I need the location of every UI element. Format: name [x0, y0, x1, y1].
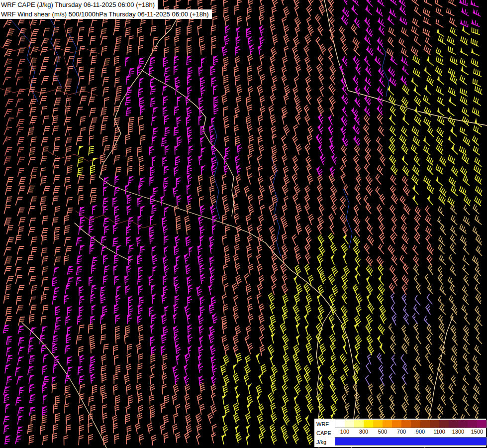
legend-color-cell — [430, 420, 439, 428]
legend-tick-label: 900 — [411, 429, 430, 435]
legend-tick-label: 300 — [354, 429, 373, 435]
legend-color-cell — [458, 420, 468, 428]
legend-color-cell — [383, 420, 392, 428]
legend-color-cell — [411, 420, 420, 428]
legend-tick-label: 700 — [392, 429, 411, 435]
legend-model-label: WRF — [316, 420, 331, 429]
legend-color-cell — [420, 420, 430, 428]
legend-color-cell — [373, 420, 383, 428]
legend-color-cell — [449, 420, 458, 428]
legend-variable-label: CAPE — [316, 429, 331, 438]
legend-tick-label: 1100 — [430, 429, 449, 435]
legend-color-cell — [392, 420, 401, 428]
map-title-cape: WRF CAPE (J/kg) Thursday 06-11-2025 06:0… — [0, 0, 158, 9]
legend-unit-label: J/kg — [316, 438, 331, 447]
legend-windshear-bar — [335, 438, 487, 445]
legend-color-cell — [364, 420, 373, 428]
legend-colorbar — [335, 420, 487, 428]
legend-tick-label: 1300 — [449, 429, 468, 435]
legend-color-cell — [468, 420, 477, 428]
legend-color-cell — [439, 420, 449, 428]
legend-tick-label: 500 — [373, 429, 392, 435]
legend-color-cell — [354, 420, 364, 428]
map-title-windshear: WRF Wind shear (m/s) 500/1000hPa Thursda… — [0, 9, 212, 19]
legend-tick-labels: 100300500700900110013001500 — [335, 429, 487, 435]
cape-legend: WRF CAPE J/kg 10030050070090011001300150… — [314, 419, 486, 447]
legend-color-cell — [477, 420, 487, 428]
legend-color-cell — [335, 420, 345, 428]
legend-title: WRF CAPE J/kg — [316, 420, 331, 447]
legend-color-cell — [401, 420, 411, 428]
legend-tick-label: 100 — [335, 429, 354, 435]
wind-barb-map-canvas — [0, 0, 487, 448]
legend-color-cell — [345, 420, 354, 428]
legend-tick-label: 1500 — [468, 429, 487, 435]
weather-map: WRF CAPE (J/kg) Thursday 06-11-2025 06:0… — [0, 0, 487, 448]
